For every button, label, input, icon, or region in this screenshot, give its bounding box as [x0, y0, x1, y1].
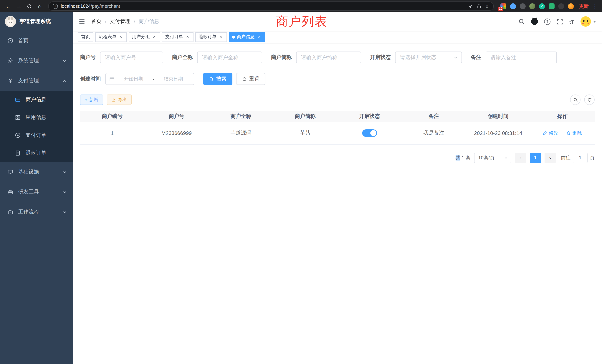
browser-home-button[interactable]: ⌂ — [35, 1, 44, 11]
extension-avatar-icon[interactable] — [529, 3, 535, 9]
breadcrumb-item[interactable]: 支付管理 — [110, 18, 130, 25]
site-info-icon[interactable]: i — [53, 3, 58, 9]
extension-blue-drop-icon[interactable] — [510, 3, 516, 9]
tab-pay-orders[interactable]: 支付订单 × — [162, 32, 194, 42]
sidebar-toggle-button[interactable] — [79, 18, 85, 25]
profile-avatar[interactable] — [568, 3, 574, 9]
next-page-button[interactable]: › — [545, 152, 556, 163]
page-number-button[interactable]: 1 — [530, 152, 541, 163]
extension-dark-icon[interactable] — [520, 3, 526, 9]
search-button[interactable]: 搜索 — [203, 73, 232, 85]
prev-page-button[interactable]: ‹ — [515, 152, 526, 163]
sidebar-item-label: 系统管理 — [18, 57, 39, 64]
logo-image — [5, 16, 16, 27]
goto-page-input[interactable] — [573, 152, 588, 163]
chevron-down-icon — [63, 210, 67, 214]
sidebar-item-label: 支付管理 — [18, 77, 39, 84]
url-text: localhost:1024/pay/merchant — [61, 3, 120, 9]
reset-button[interactable]: 重置 — [236, 73, 265, 85]
sidebar-item-merchant-info[interactable]: 商户信息 — [0, 91, 73, 109]
top-navbar: 首页 / 支付管理 / 商户信息 商户列表 ? tT — [73, 12, 602, 31]
extension-green-check-icon[interactable]: ✓ — [539, 3, 545, 9]
table-header-cell: 商户简称 — [273, 111, 337, 122]
share-icon[interactable] — [476, 3, 482, 9]
short-name-input[interactable] — [296, 52, 361, 63]
cell-remark: 我是备注 — [402, 122, 466, 144]
hamburger-icon — [79, 18, 85, 25]
sidebar-item-workflow[interactable]: 工作流程 — [0, 202, 73, 222]
full-name-input[interactable] — [197, 52, 262, 63]
main-area: 首页 / 支付管理 / 商户信息 商户列表 ? tT — [73, 12, 602, 364]
status-toggle[interactable] — [362, 129, 377, 137]
user-avatar-menu[interactable] — [580, 16, 596, 27]
end-date-placeholder[interactable]: 结束日期 — [156, 76, 190, 82]
chrome-menu-icon[interactable]: ⋮ — [592, 3, 598, 9]
date-range-picker[interactable]: 开始日期 - 结束日期 — [105, 73, 194, 85]
merchant-no-input[interactable] — [100, 52, 163, 63]
sidebar-item-pay-orders[interactable]: 支付订单 — [0, 126, 73, 144]
document-icon — [15, 150, 21, 156]
tab-user-group[interactable]: 用户分组 × — [129, 32, 160, 42]
field-label: 备注 — [471, 54, 481, 61]
app-logo[interactable]: 芋道管理系统 — [0, 12, 73, 31]
tab-label: 商户信息 — [237, 34, 255, 40]
monitor-icon — [7, 169, 13, 175]
sidebar-item-payment[interactable]: ¥ 支付管理 — [0, 71, 73, 91]
sidebar-item-infrastructure[interactable]: 基础设施 — [0, 162, 73, 182]
pagination-total-rest: 1 条 — [460, 155, 470, 160]
help-icon[interactable]: ? — [544, 18, 550, 25]
rabbit-logo-icon — [5, 16, 16, 27]
refresh-table-button[interactable] — [584, 95, 595, 105]
start-date-placeholder[interactable]: 开始日期 — [117, 76, 150, 82]
delete-button[interactable]: 删除 — [566, 130, 582, 136]
sidebar-item-refund-orders[interactable]: 退款订单 — [0, 144, 73, 162]
browser-forward-button[interactable]: → — [14, 1, 24, 11]
close-icon[interactable]: × — [118, 34, 123, 40]
export-button[interactable]: 导出 — [107, 95, 132, 105]
add-button[interactable]: + 新增 — [80, 95, 103, 105]
sidebar-item-app-info[interactable]: 应用信息 — [0, 109, 73, 126]
toggle-search-button[interactable] — [570, 95, 580, 105]
edit-button[interactable]: 修改 — [543, 130, 559, 136]
tab-home[interactable]: 首页 — [78, 32, 93, 42]
github-icon[interactable] — [531, 18, 538, 25]
breadcrumb-item[interactable]: 首页 — [91, 18, 102, 25]
address-bar[interactable]: i localhost:1024/pay/merchant ☆ — [48, 1, 494, 11]
extension-colorful-icon[interactable]: 10 — [500, 3, 506, 9]
sidebar-item-dev-tools[interactable]: 研发工具 — [0, 182, 73, 202]
extension-green-note-icon[interactable] — [549, 3, 555, 9]
sidebar-item-label: 退款订单 — [26, 150, 46, 156]
tab-process-form[interactable]: 流程表单 × — [95, 32, 127, 42]
url-path: /pay/merchant — [91, 3, 120, 9]
url-host: localhost:1024 — [61, 3, 91, 9]
refresh-icon — [587, 97, 592, 102]
edit-button-label: 修改 — [549, 130, 559, 136]
browser-back-button[interactable]: ← — [4, 1, 13, 11]
merchant-table: 商户编号 商户号 商户全称 商户简称 开启状态 备注 创建时间 操作 1 — [80, 111, 595, 144]
search-icon[interactable] — [518, 18, 525, 25]
close-icon[interactable]: × — [257, 34, 262, 40]
content: 商户号 商户全称 商户简称 开启状态 请选择开启状态 — [73, 43, 602, 364]
pagination-total-highlight: 共 — [455, 155, 460, 160]
close-icon[interactable]: × — [218, 34, 224, 40]
chrome-update-button[interactable]: 更新 — [579, 3, 589, 10]
close-icon[interactable]: × — [152, 34, 157, 40]
add-button-label: 新增 — [89, 96, 98, 103]
tab-refund-orders[interactable]: 退款订单 × — [195, 32, 227, 42]
browser-refresh-button[interactable] — [24, 1, 34, 11]
close-icon[interactable]: × — [185, 34, 190, 40]
breadcrumb-separator: / — [134, 19, 135, 24]
pagination-total: 共 1 条 — [455, 154, 470, 161]
password-key-icon[interactable] — [468, 3, 473, 9]
remark-input[interactable] — [486, 52, 557, 63]
status-select[interactable]: 请选择开启状态 — [395, 52, 462, 63]
extension-paw-icon[interactable] — [558, 3, 564, 9]
sidebar-item-home[interactable]: 首页 — [0, 31, 73, 51]
page-size-select[interactable]: 10条/页 — [474, 152, 511, 163]
sidebar-item-system[interactable]: 系统管理 — [0, 51, 73, 71]
tab-merchant-info[interactable]: 商户信息 × — [229, 32, 265, 42]
font-size-icon[interactable]: tT — [569, 18, 574, 25]
bookmark-star-icon[interactable]: ☆ — [485, 3, 489, 9]
sidebar-item-label: 工作流程 — [18, 209, 39, 215]
fullscreen-icon[interactable] — [557, 18, 563, 25]
